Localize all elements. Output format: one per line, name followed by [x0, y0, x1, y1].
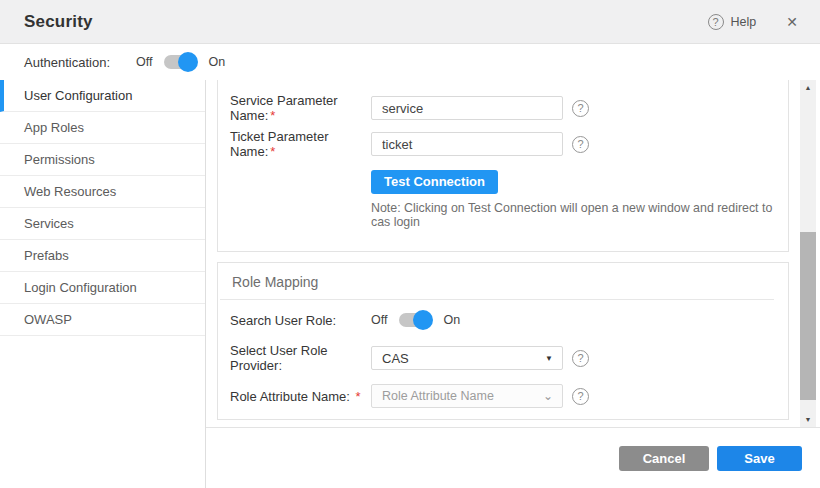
test-connection-row: Test Connection [371, 170, 788, 194]
role-mapping-title: Role Mapping [218, 263, 788, 299]
help-label: Help [731, 15, 757, 29]
search-user-role-toggle[interactable] [399, 313, 429, 327]
page-title: Security [24, 12, 93, 32]
required-marker: * [356, 389, 361, 404]
scroll-up-icon[interactable]: ▲ [800, 84, 816, 91]
role-attribute-help-icon[interactable]: ? [572, 388, 589, 405]
cas-connection-panel: Service Parameter Name:* ? Ticket Parame… [217, 80, 789, 252]
help-button[interactable]: ? Help [708, 14, 757, 30]
content-area: Service Parameter Name:* ? Ticket Parame… [206, 80, 820, 488]
ticket-parameter-help-icon[interactable]: ? [572, 136, 589, 153]
header: Security ? Help ✕ [0, 0, 820, 44]
required-marker: * [270, 144, 275, 159]
search-user-role-toggle-group: Off On [371, 313, 460, 327]
header-actions: ? Help ✕ [708, 14, 798, 30]
cancel-button[interactable]: Cancel [619, 446, 709, 471]
test-connection-note: Note: Clicking on Test Connection will o… [371, 201, 788, 229]
footer: Cancel Save [206, 427, 820, 488]
service-parameter-label: Service Parameter Name:* [230, 93, 371, 123]
dropdown-arrow-icon: ▼ [545, 354, 553, 363]
service-parameter-help-icon[interactable]: ? [572, 100, 589, 117]
role-mapping-panel: Role Mapping Search User Role: Off On [217, 262, 789, 420]
search-user-role-on-label[interactable]: On [443, 313, 460, 327]
vertical-scrollbar[interactable]: ▲ ▼ [800, 80, 816, 427]
sidebar-item-app-roles[interactable]: App Roles [0, 112, 205, 144]
authentication-label: Authentication: [24, 55, 110, 70]
user-role-provider-label: Select User Role Provider: [230, 343, 371, 373]
authentication-on-label[interactable]: On [208, 55, 225, 69]
role-attribute-combobox[interactable]: Role Attribute Name ⌄ [371, 384, 563, 408]
scroll-down-icon[interactable]: ▼ [800, 416, 816, 423]
sidebar-item-prefabs[interactable]: Prefabs [0, 240, 205, 272]
service-parameter-row: Service Parameter Name:* ? [230, 96, 788, 120]
service-parameter-input[interactable] [371, 96, 563, 120]
test-connection-button[interactable]: Test Connection [371, 170, 498, 194]
search-user-role-row: Search User Role: Off On [230, 308, 788, 332]
main-area: User Configuration App Roles Permissions… [0, 80, 820, 488]
scrollbar-thumb[interactable] [800, 232, 816, 400]
authentication-toggle[interactable] [164, 55, 194, 69]
sidebar-item-user-configuration[interactable]: User Configuration [0, 80, 205, 112]
authentication-bar: Authentication: Off On [0, 44, 820, 80]
search-user-role-label: Search User Role: [230, 313, 371, 328]
help-icon: ? [708, 14, 724, 30]
authentication-off-label[interactable]: Off [136, 55, 152, 69]
user-role-provider-help-icon[interactable]: ? [572, 350, 589, 367]
role-attribute-placeholder: Role Attribute Name [382, 389, 494, 403]
required-marker: * [270, 108, 275, 123]
save-button[interactable]: Save [717, 446, 802, 471]
search-user-role-off-label[interactable]: Off [371, 313, 387, 327]
close-icon[interactable]: ✕ [786, 14, 798, 30]
sidebar: User Configuration App Roles Permissions… [0, 80, 206, 488]
authentication-toggle-group: Off On [136, 55, 225, 69]
ticket-parameter-label: Ticket Parameter Name:* [230, 129, 371, 159]
sidebar-item-permissions[interactable]: Permissions [0, 144, 205, 176]
toggle-knob [178, 52, 198, 72]
sidebar-item-owasp[interactable]: OWASP [0, 304, 205, 336]
role-attribute-label: Role Attribute Name: * [230, 389, 371, 404]
sidebar-item-services[interactable]: Services [0, 208, 205, 240]
chevron-down-icon: ⌄ [543, 392, 553, 400]
user-role-provider-row: Select User Role Provider: CAS ▼ ? [230, 346, 788, 370]
sidebar-item-login-configuration[interactable]: Login Configuration [0, 272, 205, 304]
role-mapping-rows: Search User Role: Off On Select User Rol… [218, 300, 788, 408]
ticket-parameter-input[interactable] [371, 132, 563, 156]
toggle-knob [413, 310, 433, 330]
user-role-provider-select[interactable]: CAS ▼ [371, 346, 563, 370]
role-attribute-row: Role Attribute Name: * Role Attribute Na… [230, 384, 788, 408]
security-settings-window: Security ? Help ✕ Authentication: Off On… [0, 0, 820, 488]
user-role-provider-value: CAS [382, 351, 409, 366]
scroll-region: Service Parameter Name:* ? Ticket Parame… [206, 80, 820, 427]
sidebar-item-web-resources[interactable]: Web Resources [0, 176, 205, 208]
ticket-parameter-row: Ticket Parameter Name:* ? [230, 132, 788, 156]
